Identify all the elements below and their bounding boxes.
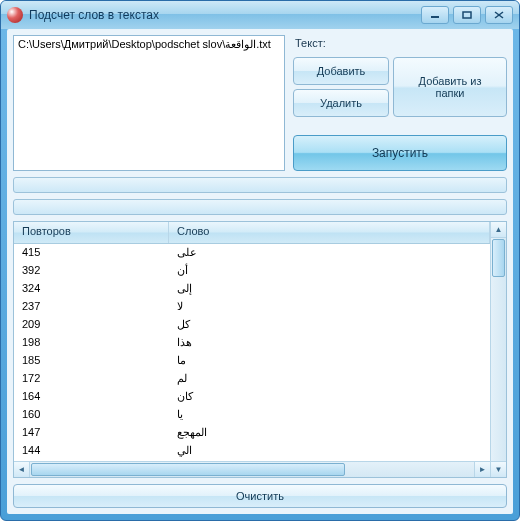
table-row[interactable]: 164كان <box>14 388 490 406</box>
table-row[interactable]: 172لم <box>14 370 490 388</box>
table-row[interactable]: 144الي <box>14 442 490 460</box>
scroll-down-icon[interactable]: ▼ <box>491 461 506 477</box>
table-row[interactable]: 185ما <box>14 352 490 370</box>
table-row[interactable]: 147المهجع <box>14 424 490 442</box>
file-list-item[interactable]: C:\Users\Дмитрий\Desktop\podschet slov\ا… <box>18 38 280 51</box>
horizontal-scrollbar[interactable]: ◄ ► <box>14 461 490 477</box>
app-window: Подсчет слов в текстах C:\Users\Дмитрий\… <box>0 0 520 521</box>
table-row[interactable]: 198هذا <box>14 334 490 352</box>
text-label: Текст: <box>293 35 507 51</box>
button-grid: Добавить Удалить Добавить из папки <box>293 57 507 117</box>
progress-bar-1 <box>13 177 507 193</box>
client-area: C:\Users\Дмитрий\Desktop\podschet slov\ا… <box>7 29 513 514</box>
svg-rect-1 <box>463 12 471 18</box>
col-word[interactable]: Слово <box>169 222 490 243</box>
scroll-thumb-h[interactable] <box>31 463 345 476</box>
minimize-button[interactable] <box>421 6 449 24</box>
window-title: Подсчет слов в текстах <box>29 8 421 22</box>
titlebar[interactable]: Подсчет слов в текстах <box>1 1 519 29</box>
scroll-thumb-v[interactable] <box>492 239 505 277</box>
close-button[interactable] <box>485 6 513 24</box>
window-controls <box>421 6 513 24</box>
run-button[interactable]: Запустить <box>293 135 507 171</box>
right-panel: Текст: Добавить Удалить Добавить из папк… <box>293 35 507 171</box>
table-row[interactable]: 237لا <box>14 298 490 316</box>
minimize-icon <box>430 11 440 19</box>
table-row[interactable]: 392أن <box>14 262 490 280</box>
scroll-up-icon[interactable]: ▲ <box>491 222 506 238</box>
add-button[interactable]: Добавить <box>293 57 389 85</box>
scroll-right-icon[interactable]: ► <box>474 462 490 477</box>
maximize-icon <box>462 11 472 19</box>
scroll-left-icon[interactable]: ◄ <box>14 462 30 477</box>
table-row[interactable]: 209كل <box>14 316 490 334</box>
maximize-button[interactable] <box>453 6 481 24</box>
table-header: Повторов Слово <box>14 222 490 244</box>
results-table: Повторов Слово 415على 392أن 324إلى 237لا… <box>13 221 507 478</box>
table-body[interactable]: 415على 392أن 324إلى 237لا 209كل 198هذا 1… <box>14 244 490 461</box>
file-list[interactable]: C:\Users\Дмитрий\Desktop\podschet slov\ا… <box>13 35 285 171</box>
vertical-scrollbar[interactable]: ▲ ▼ <box>490 222 506 477</box>
app-icon <box>7 7 23 23</box>
top-row: C:\Users\Дмитрий\Desktop\podschet slov\ا… <box>13 35 507 171</box>
progress-bar-2 <box>13 199 507 215</box>
table-row[interactable]: 415على <box>14 244 490 262</box>
table-row[interactable]: 160يا <box>14 406 490 424</box>
delete-button[interactable]: Удалить <box>293 89 389 117</box>
close-icon <box>494 11 504 19</box>
add-folder-button[interactable]: Добавить из папки <box>393 57 507 117</box>
clear-button[interactable]: Очистить <box>13 484 507 508</box>
col-count[interactable]: Повторов <box>14 222 169 243</box>
table-row[interactable]: 324إلى <box>14 280 490 298</box>
